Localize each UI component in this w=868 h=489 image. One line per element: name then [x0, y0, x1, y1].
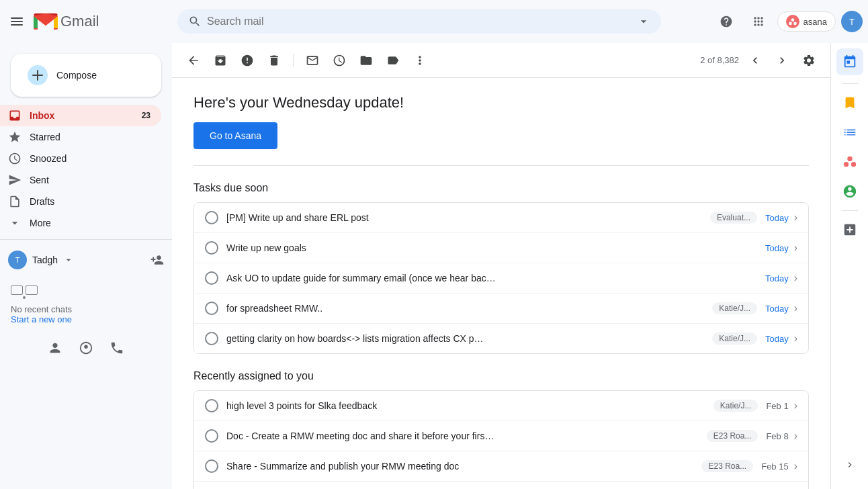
svg-point-6 — [789, 22, 792, 26]
topbar-left: Gmail — [5, 12, 177, 31]
recently-assigned-list: high level 3 points for Slka feedback Ka… — [193, 390, 809, 489]
mark-unread-button[interactable] — [302, 50, 323, 71]
task-name: for spreadsheet RMW.. — [226, 303, 712, 314]
send-icon — [8, 173, 21, 187]
svg-rect-2 — [11, 24, 23, 26]
sidebar-item-more[interactable]: More — [0, 212, 161, 234]
task-name: Doc - Create a RMW meeting doc and share… — [226, 431, 707, 441]
task-check-icon[interactable] — [205, 241, 218, 255]
newer-button[interactable] — [744, 50, 766, 71]
user-avatar[interactable]: T — [841, 11, 863, 32]
svg-rect-1 — [11, 21, 23, 22]
task-project: Evaluat... — [710, 212, 757, 224]
user-section[interactable]: T Tadgh — [0, 245, 172, 275]
svg-point-12 — [843, 162, 848, 167]
tasks-due-title: Tasks due soon — [193, 182, 809, 194]
right-sidebar-divider-1 — [842, 83, 858, 84]
task-check-icon[interactable] — [205, 429, 218, 443]
topbar: Gmail asana T — [0, 0, 868, 43]
email-headline: Here's your Wednesday update! — [193, 94, 809, 112]
sidebar-item-starred[interactable]: Starred — [0, 126, 161, 148]
task-date: Today — [765, 334, 789, 344]
task-arrow-icon: › — [794, 430, 797, 442]
settings-button[interactable] — [798, 50, 820, 71]
svg-rect-0 — [11, 17, 23, 19]
menu-icon[interactable] — [5, 12, 28, 31]
sidebar-item-drafts[interactable]: Drafts — [0, 191, 161, 212]
search-dropdown-icon[interactable] — [637, 15, 650, 28]
compose-button[interactable]: Compose — [11, 54, 161, 97]
task-arrow-icon: › — [794, 212, 797, 224]
delete-button[interactable] — [263, 50, 285, 71]
task-date: Feb 15 — [761, 461, 788, 472]
task-name: Share - Summarize and publish your RMW m… — [226, 461, 701, 472]
table-row[interactable]: [PM] Write up and share ERL post Evaluat… — [194, 203, 808, 233]
sidebar-inbox-count: 23 — [142, 111, 150, 120]
snooze-button[interactable] — [329, 50, 350, 71]
task-check-icon[interactable] — [205, 399, 218, 412]
contacts-icon-bottom[interactable] — [48, 341, 62, 355]
sidebar-item-snoozed[interactable]: Snoozed — [0, 148, 161, 169]
email-toolbar: 2 of 8,382 — [172, 43, 830, 78]
task-project: Katie/J... — [712, 332, 757, 345]
start-new-chat-link[interactable]: Start a new one — [11, 314, 161, 324]
asana-addon-button[interactable]: asana — [777, 11, 836, 32]
recently-assigned-title: Recently assigned to you — [193, 370, 809, 382]
phone-icon-bottom[interactable] — [110, 341, 124, 355]
older-button[interactable] — [771, 50, 793, 71]
content-divider — [193, 165, 809, 166]
task-check-icon[interactable] — [205, 302, 218, 315]
spam-button[interactable] — [236, 50, 258, 71]
table-row[interactable]: Doc - Create a RMW meeting doc and share… — [194, 421, 808, 451]
user-name-label: Tadgh — [32, 255, 58, 265]
right-sidebar-expand[interactable] — [836, 451, 863, 484]
task-check-icon[interactable] — [205, 271, 218, 285]
chat-box-left — [11, 285, 23, 295]
table-row[interactable]: getting clarity on how boards<-> lists m… — [194, 324, 808, 353]
toolbar-right: 2 of 8,382 — [700, 50, 820, 71]
move-to-button[interactable] — [355, 50, 377, 71]
archive-button[interactable] — [210, 50, 231, 71]
back-button[interactable] — [183, 50, 204, 71]
chat-icon-box — [11, 285, 38, 299]
task-check-icon[interactable] — [205, 459, 218, 473]
bot-icon-bottom[interactable] — [79, 341, 93, 355]
sidebar-drafts-label: Drafts — [30, 196, 150, 207]
add-addon-icon[interactable] — [836, 216, 863, 243]
task-check-icon[interactable] — [205, 211, 218, 224]
goto-asana-button[interactable]: Go to Asana — [193, 122, 277, 149]
table-row[interactable]: KRs - File KRs related to your RMW meeti… — [194, 482, 808, 489]
table-row[interactable]: Write up new goals Today › — [194, 233, 808, 263]
apps-button[interactable] — [745, 8, 772, 35]
sidebar-starred-label: Starred — [30, 132, 150, 142]
table-row[interactable]: Share - Summarize and publish your RMW m… — [194, 451, 808, 482]
help-button[interactable] — [713, 8, 740, 35]
sidebar-bottom-icons — [0, 335, 172, 361]
search-input[interactable] — [207, 15, 632, 28]
search-box[interactable] — [177, 9, 661, 34]
tasks-icon[interactable] — [836, 119, 863, 146]
sidebar-item-inbox[interactable]: Inbox 23 — [0, 105, 161, 126]
calendar-icon[interactable] — [836, 48, 863, 75]
user-avatar-small: T — [8, 251, 27, 269]
keep-icon[interactable] — [836, 89, 863, 116]
add-person-icon[interactable] — [150, 253, 164, 267]
task-date: Today — [765, 243, 789, 253]
asana-icon[interactable] — [836, 148, 863, 175]
sidebar-divider — [0, 239, 172, 240]
contacts-icon[interactable] — [836, 178, 863, 205]
expand-icon[interactable] — [836, 451, 863, 478]
task-project: E23 Roa... — [701, 460, 753, 472]
table-row[interactable]: for spreadsheet RMW.. Katie/J... Today › — [194, 294, 808, 324]
table-row[interactable]: Ask UO to update guide for summary email… — [194, 263, 808, 294]
more-actions-button[interactable] — [409, 50, 431, 71]
task-arrow-icon: › — [794, 272, 797, 284]
gmail-text-label: Gmail — [60, 13, 99, 30]
no-chats-text: No recent chats — [11, 304, 161, 314]
sidebar-snoozed-label: Snoozed — [30, 153, 150, 164]
draft-icon — [8, 195, 21, 208]
sidebar-item-sent[interactable]: Sent — [0, 169, 161, 191]
table-row[interactable]: high level 3 points for Slka feedback Ka… — [194, 391, 808, 421]
labels-button[interactable] — [382, 50, 404, 71]
task-check-icon[interactable] — [205, 332, 218, 345]
